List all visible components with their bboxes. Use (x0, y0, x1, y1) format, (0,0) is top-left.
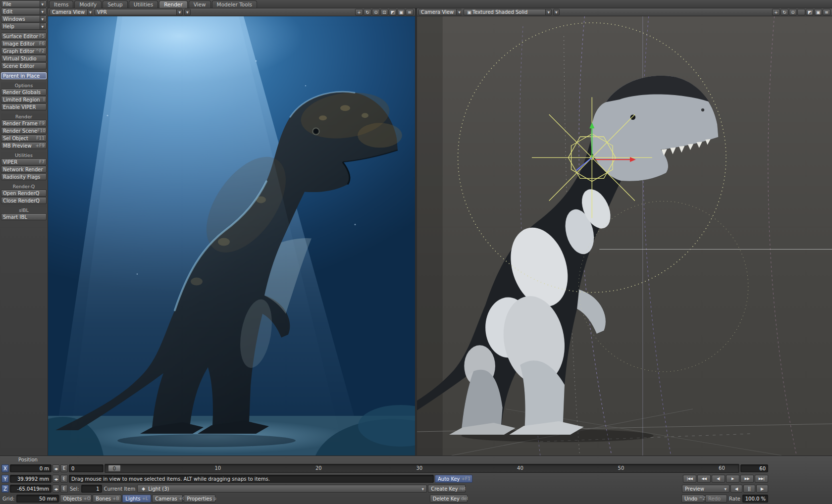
cameras-mode-button[interactable]: Cameras+C (152, 495, 183, 503)
preview-pause-button[interactable]: || (743, 485, 755, 493)
preview-play-button[interactable]: ▶ (756, 485, 768, 493)
enable-viper-button[interactable]: Enable VIPER (1, 103, 47, 110)
timeline-slider[interactable]: 0 10 20 30 40 50 60 (104, 464, 739, 473)
chevron-down-icon: ▼ (554, 9, 559, 15)
x-spinner[interactable]: ◀▶ (52, 464, 59, 472)
button-label: Create Key (431, 486, 458, 492)
rotate-icon[interactable]: ↻ (780, 9, 788, 15)
button-label: Delete Key (433, 496, 460, 502)
next-keyframe-button[interactable]: ▶▶ (740, 475, 754, 483)
rotate-icon[interactable]: ↻ (364, 9, 371, 15)
step-back-button[interactable]: ◀| (712, 475, 725, 483)
go-to-end-button[interactable]: ▶▶| (755, 475, 768, 483)
objects-mode-button[interactable]: Objects+O (60, 495, 92, 503)
tab-view[interactable]: View (189, 0, 211, 8)
go-to-start-button[interactable]: |◀◀ (683, 475, 696, 483)
lights-mode-button[interactable]: Lights+L (122, 495, 151, 503)
delete-key-button[interactable]: Delete Keydel (430, 495, 468, 503)
zoom-icon[interactable]: ⊙ (789, 9, 797, 15)
x-envelope-button[interactable]: E (60, 464, 68, 472)
properties-button[interactable]: Propertiesp (184, 495, 215, 503)
fit-icon[interactable] (797, 9, 805, 15)
shade-toggle-icon[interactable]: ◩ (389, 9, 397, 15)
graph-editor-button[interactable]: Graph Editor^F2 (1, 48, 47, 54)
scene-editor-button[interactable]: Scene Editor (1, 62, 47, 69)
camera-icon[interactable]: ▣ (397, 9, 405, 15)
current-item-dropdown[interactable]: ◆Light (3)▼ (137, 485, 427, 493)
preview-step-back-button[interactable]: ◀ (730, 485, 742, 493)
rate-field[interactable]: 100.0 % (742, 495, 768, 503)
view-type-dropdown[interactable]: Camera View▼ (418, 9, 462, 15)
x-value-field[interactable]: 0 m (10, 464, 52, 472)
menu-help[interactable]: Help▼ (1, 23, 47, 30)
render-scene-button[interactable]: Render SceneF10 (1, 127, 47, 134)
parent-in-place-button[interactable]: Parent in Place (1, 72, 47, 79)
render-mode-dropdown[interactable]: ▣Textured Shaded Solid▼ (464, 9, 552, 15)
render-mode-dropdown[interactable]: VPR▼ (95, 9, 183, 15)
menu-windows[interactable]: Windows▼ (1, 15, 47, 22)
pan-icon[interactable]: + (355, 9, 363, 15)
image-editor-button[interactable]: Image EditorF6 (1, 40, 47, 47)
z-spinner[interactable]: ◀▶ (52, 485, 59, 493)
sel-object-button[interactable]: Sel ObjectF11 (1, 135, 47, 142)
bones-mode-button[interactable]: Bones+B (93, 495, 121, 503)
viewport-left-canvas[interactable] (48, 16, 415, 455)
sidebar-empty (1, 221, 47, 455)
surface-editor-button[interactable]: Surface EditorF5 (1, 33, 47, 40)
viewport-menu-icon[interactable]: ≡ (823, 9, 831, 15)
end-frame-field[interactable]: 60 (740, 464, 768, 472)
network-render-button[interactable]: Network Render (1, 166, 47, 173)
z-axis-label: Z (1, 485, 9, 493)
current-frame-field[interactable]: 0 (69, 464, 104, 472)
smart-ibl-button[interactable]: Smart IBL (1, 213, 47, 220)
view-type-dropdown[interactable]: Camera View▼ (50, 9, 93, 15)
menu-file-label: File (3, 1, 11, 7)
menu-file[interactable]: File▼ (1, 0, 47, 7)
tab-render[interactable]: Render (159, 0, 187, 8)
redo-button[interactable]: Redo (705, 495, 727, 503)
z-value-field[interactable]: -65.0419mm (10, 485, 52, 493)
chevron-down-icon: ▼ (40, 16, 45, 22)
shade-toggle-icon[interactable]: ◩ (806, 9, 814, 15)
grid-size-field[interactable]: 50 mm (16, 495, 59, 503)
tab-modify[interactable]: Modify (74, 0, 102, 8)
undo-button[interactable]: Undo^Z (681, 495, 704, 503)
virtual-studio-button[interactable]: Virtual Studio (1, 55, 47, 62)
tab-items[interactable]: Items (49, 0, 73, 8)
tab-setup[interactable]: Setup (103, 0, 128, 8)
menu-edit[interactable]: Edit▼ (1, 8, 47, 15)
play-button[interactable]: ▶ (726, 475, 739, 483)
zoom-icon[interactable]: ⊙ (372, 9, 380, 15)
y-spinner[interactable]: ◀▶ (52, 475, 59, 483)
limited-region-button[interactable]: Limited Regionl (1, 96, 47, 103)
open-renderq-button[interactable]: Open RenderQ (1, 190, 47, 197)
frame-slider-handle[interactable]: 0 (108, 465, 121, 472)
shortcut-key: ret (460, 486, 466, 491)
shortcut-key: ^Z (699, 496, 706, 501)
viewport-right-canvas[interactable] (417, 16, 832, 455)
radiosity-flags-button[interactable]: Radiosity Flags (1, 173, 47, 180)
previous-keyframe-button[interactable]: ◀◀ (697, 475, 711, 483)
tab-modeler-tools[interactable]: Modeler Tools (212, 0, 258, 8)
fit-icon[interactable]: ⊡ (380, 9, 388, 15)
viewport-options-dropdown[interactable]: ▼ (184, 9, 191, 15)
viewport-menu-icon[interactable]: ≡ (406, 9, 414, 15)
create-key-button[interactable]: Create Keyret (428, 485, 466, 493)
render-globals-button[interactable]: Render Globals (1, 89, 47, 96)
pan-icon[interactable]: + (772, 9, 780, 15)
camera-icon[interactable]: ▣ (814, 9, 822, 15)
preview-dropdown[interactable]: Preview▼ (682, 485, 729, 493)
close-renderq-button[interactable]: Close RenderQ (1, 197, 47, 204)
viper-button[interactable]: VIPERF7 (1, 158, 47, 165)
z-envelope-button[interactable]: E (60, 485, 68, 493)
viewport-options-dropdown[interactable]: ▼ (553, 9, 560, 15)
button-label: Sel Object (3, 136, 28, 141)
button-label: Preview (685, 486, 704, 492)
render-frame-button[interactable]: Render FrameF9 (1, 120, 47, 127)
auto-key-button[interactable]: Auto Key+F1 (435, 475, 472, 483)
y-value-field[interactable]: 39.9992 mm (10, 475, 52, 483)
tab-utilities[interactable]: Utilities (129, 0, 158, 8)
button-label: Parent in Place (3, 73, 40, 79)
mb-preview-button[interactable]: MB Preview+F9 (1, 142, 47, 149)
y-envelope-button[interactable]: E (60, 475, 68, 483)
